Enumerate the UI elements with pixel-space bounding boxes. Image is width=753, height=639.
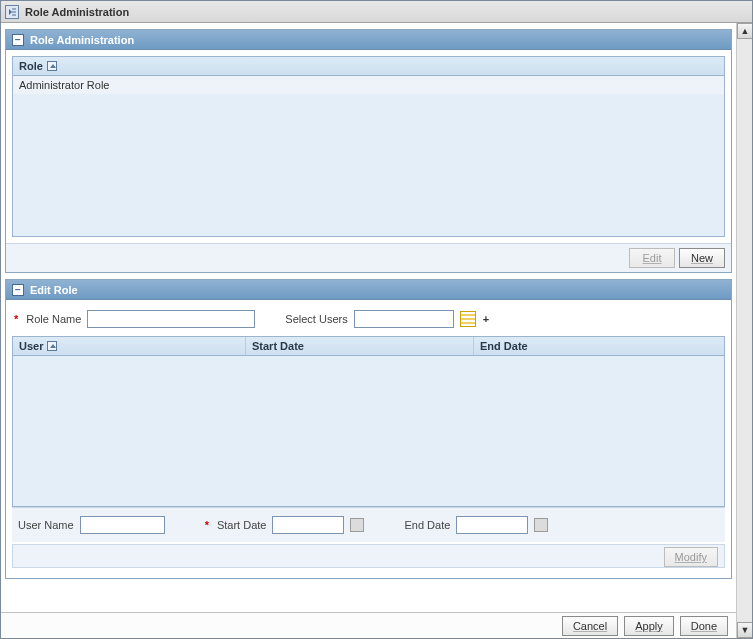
edit-role-form-row: * Role Name Select Users + bbox=[12, 306, 725, 336]
roles-grid-body: Administrator Role bbox=[13, 76, 724, 236]
panel-header-edit-role: − Edit Role bbox=[6, 280, 731, 300]
modify-button[interactable]: Modify bbox=[664, 547, 718, 567]
user-name-label: User Name bbox=[18, 519, 74, 531]
field-role-name: * Role Name bbox=[14, 310, 255, 328]
user-name-input[interactable] bbox=[80, 516, 165, 534]
column-role-label: Role bbox=[19, 60, 43, 72]
column-user-label: User bbox=[19, 340, 43, 352]
scroll-down-icon[interactable]: ▼ bbox=[737, 622, 753, 638]
calendar-icon[interactable] bbox=[534, 518, 548, 532]
content-area: − Role Administration Role Administrator… bbox=[1, 23, 736, 638]
field-select-users: Select Users + bbox=[285, 310, 489, 328]
modify-bar: Modify bbox=[12, 544, 725, 568]
column-end-date[interactable]: End Date bbox=[474, 337, 724, 355]
select-users-input[interactable] bbox=[354, 310, 454, 328]
titlebar: Role Administration bbox=[1, 1, 752, 23]
field-start-date: * Start Date bbox=[205, 516, 365, 534]
users-grid-body bbox=[13, 356, 724, 506]
sort-icon bbox=[47, 61, 57, 71]
column-start-date-label: Start Date bbox=[252, 340, 304, 352]
scroll-up-icon[interactable]: ▲ bbox=[737, 23, 753, 39]
panel-body-role-admin: Role Administrator Role bbox=[6, 50, 731, 243]
roles-grid-header: Role bbox=[13, 57, 724, 76]
end-date-input[interactable] bbox=[456, 516, 528, 534]
window-title: Role Administration bbox=[25, 6, 129, 18]
panel-title: Edit Role bbox=[30, 284, 78, 296]
panel-role-administration: − Role Administration Role Administrator… bbox=[5, 29, 732, 273]
column-end-date-label: End Date bbox=[480, 340, 528, 352]
cancel-button[interactable]: Cancel bbox=[562, 616, 618, 636]
panel-body-edit-role: * Role Name Select Users + User bbox=[6, 300, 731, 568]
footer-bar: Cancel Apply Done bbox=[1, 612, 736, 638]
app-icon bbox=[5, 5, 19, 19]
start-date-label: Start Date bbox=[217, 519, 267, 531]
vertical-scrollbar[interactable]: ▲ ▼ bbox=[736, 23, 752, 638]
column-user[interactable]: User bbox=[13, 337, 246, 355]
role-name-input[interactable] bbox=[87, 310, 255, 328]
select-users-label: Select Users bbox=[285, 313, 347, 325]
field-user-name: User Name bbox=[18, 516, 165, 534]
edit-button[interactable]: Edit bbox=[629, 248, 675, 268]
users-grid-header: User Start Date End Date bbox=[13, 337, 724, 356]
done-button[interactable]: Done bbox=[680, 616, 728, 636]
panel-actions-role-admin: Edit New bbox=[6, 243, 731, 272]
roles-grid: Role Administrator Role bbox=[12, 56, 725, 237]
start-date-input[interactable] bbox=[272, 516, 344, 534]
calendar-icon[interactable] bbox=[350, 518, 364, 532]
sort-icon bbox=[47, 341, 57, 351]
lov-icon[interactable] bbox=[460, 311, 476, 327]
required-marker: * bbox=[205, 519, 209, 531]
table-row[interactable]: Administrator Role bbox=[13, 76, 724, 95]
collapse-icon[interactable]: − bbox=[12, 34, 24, 46]
panel-header-role-admin: − Role Administration bbox=[6, 30, 731, 50]
end-date-label: End Date bbox=[404, 519, 450, 531]
user-detail-form: User Name * Start Date End Date bbox=[12, 507, 725, 542]
apply-button[interactable]: Apply bbox=[624, 616, 674, 636]
panel-title: Role Administration bbox=[30, 34, 134, 46]
plus-icon[interactable]: + bbox=[483, 313, 489, 325]
role-name-label: Role Name bbox=[26, 313, 81, 325]
panel-edit-role: − Edit Role * Role Name Select Users + bbox=[5, 279, 732, 579]
collapse-icon[interactable]: − bbox=[12, 284, 24, 296]
field-end-date: End Date bbox=[404, 516, 548, 534]
new-button[interactable]: New bbox=[679, 248, 725, 268]
cell-role: Administrator Role bbox=[19, 79, 109, 91]
column-start-date[interactable]: Start Date bbox=[246, 337, 474, 355]
column-role[interactable]: Role bbox=[13, 57, 724, 75]
users-grid: User Start Date End Date bbox=[12, 336, 725, 507]
required-marker: * bbox=[14, 313, 18, 325]
